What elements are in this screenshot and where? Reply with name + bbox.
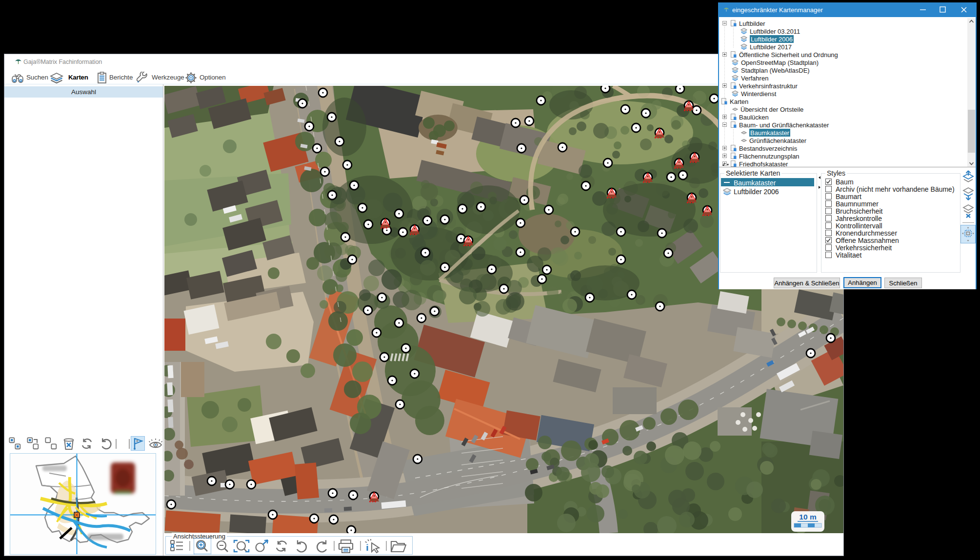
svg-text:10 m: 10 m bbox=[799, 513, 816, 521]
